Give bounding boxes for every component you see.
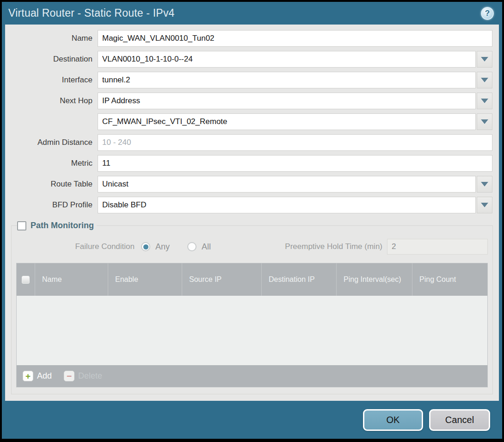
delete-button-label: Delete <box>78 371 102 381</box>
chevron-down-icon <box>481 99 488 103</box>
add-button[interactable]: + Add <box>23 371 52 381</box>
table-header-select-all <box>17 263 35 296</box>
chevron-down-icon <box>481 182 488 187</box>
form-row-metric: Metric <box>5 155 492 172</box>
select-all-checkbox[interactable] <box>22 276 30 284</box>
interface-combo <box>98 72 492 88</box>
table-body-empty <box>17 296 487 365</box>
form-row-destination: Destination <box>5 51 492 68</box>
column-header-enable[interactable]: Enable <box>108 263 182 296</box>
destination-combo <box>98 51 492 68</box>
admin-distance-label: Admin Distance <box>5 138 98 147</box>
form-row-interface: Interface <box>5 72 492 88</box>
interface-input[interactable] <box>98 72 476 88</box>
metric-input[interactable] <box>98 155 492 172</box>
path-monitoring-checkbox[interactable] <box>17 221 26 230</box>
next-hop-combo <box>98 93 492 109</box>
chevron-down-icon <box>481 78 488 82</box>
form-row-admin-distance: Admin Distance <box>5 134 492 151</box>
static-route-dialog: Virtual Router - Static Route - IPv4 ? N… <box>2 2 502 439</box>
minus-icon: − <box>64 371 74 381</box>
next-hop-label: Next Hop <box>5 96 98 106</box>
plus-icon: + <box>23 371 33 381</box>
admin-distance-input[interactable] <box>98 134 492 151</box>
bfd-profile-input[interactable] <box>98 197 476 213</box>
form-row-next-hop: Next Hop <box>5 93 492 109</box>
name-label: Name <box>5 34 98 43</box>
chevron-down-icon <box>481 203 488 207</box>
form-row-name: Name <box>5 30 492 47</box>
route-table-dropdown-button[interactable] <box>477 176 492 193</box>
path-monitoring-legend: Path Monitoring <box>17 221 97 230</box>
column-header-source-ip[interactable]: Source IP <box>182 263 261 296</box>
radio-any-label: Any <box>155 242 170 252</box>
route-table-label: Route Table <box>5 180 98 189</box>
column-header-ping-count[interactable]: Ping Count <box>412 263 487 296</box>
radio-all[interactable]: All <box>187 242 211 252</box>
preemptive-hold-time-input[interactable] <box>387 239 488 255</box>
chevron-down-icon <box>481 119 488 124</box>
help-icon-glyph: ? <box>485 9 490 18</box>
dialog-titlebar: Virtual Router - Static Route - IPv4 ? <box>2 2 502 25</box>
table-header-row: Name Enable Source IP Destination IP Pin… <box>17 263 487 296</box>
destination-input[interactable] <box>98 51 476 68</box>
path-monitoring-table: Name Enable Source IP Destination IP Pin… <box>16 263 488 387</box>
next-hop-address-combo <box>98 113 492 130</box>
bfd-profile-combo <box>98 197 492 213</box>
add-button-label: Add <box>37 371 52 381</box>
failure-condition-label: Failure Condition <box>16 242 141 251</box>
form-row-bfd-profile: BFD Profile <box>5 197 492 213</box>
interface-label: Interface <box>5 75 98 85</box>
table-toolbar: + Add − Delete <box>17 365 487 387</box>
delete-button[interactable]: − Delete <box>64 371 102 381</box>
dialog-title: Virtual Router - Static Route - IPv4 <box>8 7 175 19</box>
radio-all-circle <box>187 242 197 251</box>
form-row-route-table: Route Table <box>5 176 492 193</box>
metric-label: Metric <box>5 159 98 168</box>
destination-dropdown-button[interactable] <box>477 51 492 68</box>
next-hop-address-input[interactable] <box>98 113 476 130</box>
bfd-profile-dropdown-button[interactable] <box>477 197 492 213</box>
help-icon[interactable]: ? <box>481 7 494 20</box>
ok-button[interactable]: OK <box>363 409 423 431</box>
failure-condition-radio-group: Any All <box>141 242 211 252</box>
column-header-destination-ip[interactable]: Destination IP <box>261 263 336 296</box>
name-input[interactable] <box>98 30 492 47</box>
route-table-combo <box>98 176 492 193</box>
failure-condition-row: Failure Condition Any All Preemptive Hol… <box>16 239 488 255</box>
preemptive-hold-time-label: Preemptive Hold Time (min) <box>285 242 387 251</box>
chevron-down-icon <box>481 57 488 62</box>
route-table-input[interactable] <box>98 176 476 193</box>
radio-any-circle <box>141 242 150 251</box>
radio-any[interactable]: Any <box>141 242 170 252</box>
next-hop-type-input[interactable] <box>98 93 476 109</box>
radio-all-label: All <box>202 242 211 252</box>
form-row-next-hop-address <box>5 113 492 130</box>
column-header-name[interactable]: Name <box>35 263 108 296</box>
interface-dropdown-button[interactable] <box>477 72 492 88</box>
column-header-ping-interval[interactable]: Ping Interval(sec) <box>336 263 412 296</box>
bfd-profile-label: BFD Profile <box>5 200 98 210</box>
path-monitoring-section: Path Monitoring Failure Condition Any Al… <box>11 221 493 394</box>
next-hop-address-dropdown-button[interactable] <box>477 113 492 130</box>
next-hop-dropdown-button[interactable] <box>477 93 492 109</box>
cancel-button[interactable]: Cancel <box>429 409 490 431</box>
preemptive-hold-time-group: Preemptive Hold Time (min) <box>285 239 488 255</box>
dialog-content: Name Destination Interface Next Hop <box>5 25 499 401</box>
destination-label: Destination <box>5 55 98 64</box>
path-monitoring-title: Path Monitoring <box>31 221 94 230</box>
dialog-footer: OK Cancel <box>2 401 502 439</box>
